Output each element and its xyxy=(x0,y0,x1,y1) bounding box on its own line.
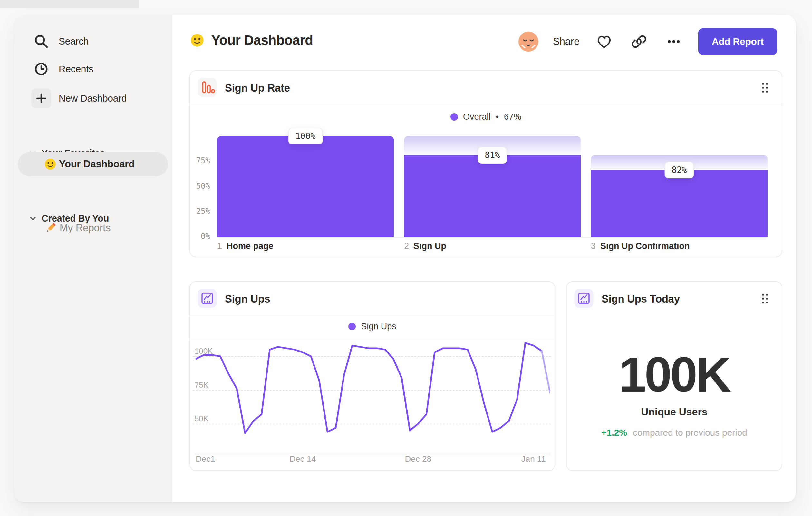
page-title-wrap: Your Dashboard xyxy=(190,33,313,48)
avatar[interactable] xyxy=(518,31,539,52)
line-legend: Sign Ups xyxy=(190,320,555,333)
funnel-x-label: 3Sign Up Confirmation xyxy=(591,241,690,251)
sidebar-item-label: Search xyxy=(59,36,89,47)
sidebar-item-new-dashboard[interactable]: New Dashboard xyxy=(14,87,172,110)
card-title: Sign Ups xyxy=(225,293,270,305)
y-axis-tick: 0% xyxy=(190,232,210,241)
sidebar-item-label: Recents xyxy=(59,63,93,75)
pencil-emoji xyxy=(44,222,57,235)
step-index: 1 xyxy=(217,241,222,251)
app-window: Search Recents xyxy=(14,15,796,502)
sidebar-item-label: New Dashboard xyxy=(59,93,127,104)
card-header: Sign Ups Today xyxy=(567,282,782,316)
y-axis-tick: 75% xyxy=(190,156,210,165)
x-axis-tick: Dec 28 xyxy=(405,454,431,464)
stat-label: Unique Users xyxy=(567,406,782,418)
x-axis-line xyxy=(195,454,551,454)
page-title: Your Dashboard xyxy=(211,33,313,48)
delta-comparison-text: compared to previous period xyxy=(633,428,747,438)
sidebar-item-label: My Reports xyxy=(60,222,111,234)
favorite-heart-button[interactable] xyxy=(594,31,614,52)
step-index: 3 xyxy=(591,241,596,251)
search-icon xyxy=(31,31,51,51)
sidebar-item-recents[interactable]: Recents xyxy=(14,57,172,81)
sign-ups-card: Sign Ups Sign Ups 100K75K50K Dec1Dec 14D… xyxy=(190,281,555,471)
x-axis-tick: Dec 14 xyxy=(289,454,316,464)
share-button[interactable]: Share xyxy=(553,36,580,47)
funnel-x-label: 2Sign Up xyxy=(404,241,446,251)
add-report-button[interactable]: Add Report xyxy=(698,28,777,55)
line-chart-icon xyxy=(198,289,216,308)
card-title: Sign Ups Today xyxy=(602,293,680,305)
sidebar: Search Recents xyxy=(14,15,172,502)
conversion-chip: 100% xyxy=(288,128,323,144)
legend-label: Sign Ups xyxy=(361,322,396,331)
smiley-emoji xyxy=(44,158,56,170)
step-label: Home page xyxy=(227,241,273,251)
page-header: Your Dashboard Share xyxy=(172,15,796,67)
divider xyxy=(190,315,555,316)
step-index: 2 xyxy=(404,241,409,251)
step-label: Sign Up Confirmation xyxy=(600,241,690,251)
stat-delta: +1.2% compared to previous period xyxy=(567,428,782,438)
stat-value: 100K xyxy=(567,346,782,403)
bar-chart-icon xyxy=(198,78,216,97)
funnel-bar[interactable] xyxy=(591,71,767,237)
header-actions: Share xyxy=(518,28,777,55)
background-strip xyxy=(0,0,139,8)
drag-handle-icon[interactable] xyxy=(758,292,772,306)
conversion-chip: 81% xyxy=(478,147,507,164)
funnel-baseline xyxy=(217,237,767,238)
funnel-x-label: 1Home page xyxy=(217,241,273,251)
sidebar-item-my-reports[interactable]: My Reports xyxy=(14,218,172,239)
link-icon xyxy=(630,33,648,51)
plus-icon xyxy=(31,88,51,108)
sign-up-rate-card: Sign Up Rate Overall • 67% 75%50%25%0% xyxy=(190,70,782,257)
funnel-bar-fill xyxy=(404,155,581,237)
smiley-emoji xyxy=(190,33,204,47)
heart-icon xyxy=(595,33,613,51)
clock-icon xyxy=(31,59,51,79)
sign-ups-today-card: Sign Ups Today 100K Unique Users +1.2% c… xyxy=(566,281,782,471)
funnel-bar[interactable] xyxy=(217,71,394,237)
funnel-bar-fill xyxy=(591,170,767,237)
funnel-bar-fill xyxy=(217,136,394,237)
screen: Search Recents xyxy=(0,0,812,516)
conversion-chip: 82% xyxy=(665,162,694,178)
line-plot[interactable] xyxy=(196,343,550,454)
y-axis-tick: 50% xyxy=(190,182,210,191)
divider xyxy=(190,338,555,339)
sidebar-item-your-dashboard[interactable]: Your Dashboard xyxy=(18,152,168,176)
sidebar-item-search[interactable]: Search xyxy=(14,30,172,53)
y-axis-tick: 25% xyxy=(190,207,210,216)
more-options-button[interactable] xyxy=(663,31,684,52)
line-chart-icon xyxy=(575,289,593,308)
legend-dot xyxy=(348,323,356,330)
x-axis-tick: Dec1 xyxy=(196,454,215,464)
card-header: Sign Ups xyxy=(190,282,555,316)
sidebar-item-label: Your Dashboard xyxy=(59,158,135,170)
copy-link-button[interactable] xyxy=(629,31,649,52)
x-axis-tick: Jan 11 xyxy=(521,454,546,464)
step-label: Sign Up xyxy=(413,241,446,251)
delta-percent: +1.2% xyxy=(601,428,627,438)
ellipsis-icon xyxy=(665,33,683,51)
